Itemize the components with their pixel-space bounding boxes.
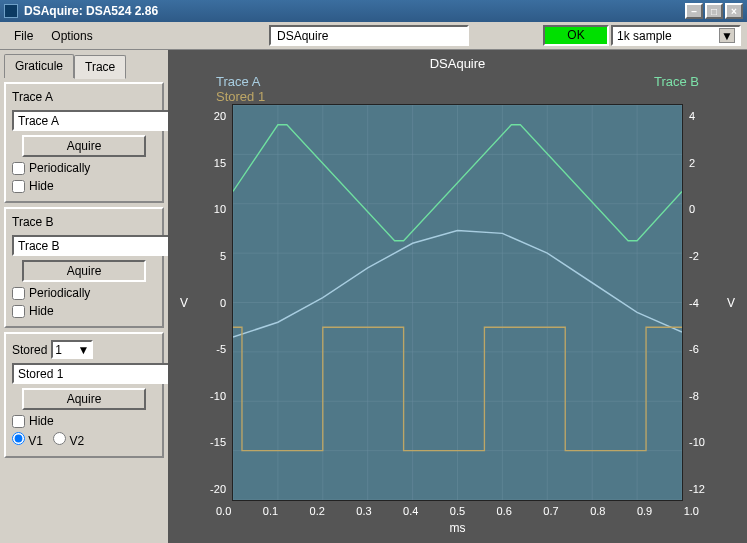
ok-status: OK: [543, 25, 609, 46]
y-axis-left-ticks: 20151050-5-10-15-20: [192, 104, 232, 501]
y-axis-right-label: V: [723, 296, 739, 310]
menu-options[interactable]: Options: [43, 25, 100, 47]
trace-a-title: Trace A: [12, 90, 156, 104]
close-button[interactable]: ×: [725, 3, 743, 19]
window-title: DSAquire: DSA524 2.86: [24, 4, 158, 18]
tab-trace[interactable]: Trace: [74, 55, 126, 79]
stored-index-combo[interactable]: 1 ▼: [51, 340, 93, 359]
plot-canvas: [232, 104, 683, 501]
sample-mode-value: 1k sample: [617, 29, 672, 43]
plot-area: DSAquire Trace A Stored 1 Trace B V 2015…: [168, 50, 747, 543]
stored-title: Stored: [12, 343, 47, 357]
stored-name-input[interactable]: [12, 363, 174, 384]
legend-stored-1: Stored 1: [216, 89, 265, 104]
app-icon: [4, 4, 18, 18]
legend-trace-b: Trace B: [654, 74, 699, 104]
tab-graticule[interactable]: Graticule: [4, 54, 74, 78]
stored-acquire-button[interactable]: Aquire: [22, 388, 146, 410]
trace-a-periodically-checkbox[interactable]: Periodically: [12, 161, 156, 175]
y-axis-left-label: V: [176, 296, 192, 310]
chevron-down-icon: ▼: [719, 28, 735, 43]
trace-a-hide-checkbox[interactable]: Hide: [12, 179, 156, 193]
trace-b-hide-checkbox[interactable]: Hide: [12, 304, 156, 318]
x-axis-ticks: 0.00.10.20.30.40.50.60.70.80.91.0: [176, 501, 739, 517]
chevron-down-icon: ▼: [77, 343, 89, 357]
trace-a-acquire-button[interactable]: Aquire: [22, 135, 146, 157]
y-axis-right-ticks: 420-2-4-6-8-10-12: [683, 104, 723, 501]
minimize-button[interactable]: –: [685, 3, 703, 19]
menu-file[interactable]: File: [6, 25, 41, 47]
group-trace-b: Trace B Aquire Periodically Hide: [4, 207, 164, 328]
trace-b-acquire-button[interactable]: Aquire: [22, 260, 146, 282]
group-trace-a: Trace A Aquire Periodically Hide: [4, 82, 164, 203]
trace-b-name-input[interactable]: [12, 235, 174, 256]
stored-hide-checkbox[interactable]: Hide: [12, 414, 156, 428]
plot-title: DSAquire: [176, 56, 739, 74]
x-axis-label: ms: [176, 517, 739, 535]
titlebar: DSAquire: DSA524 2.86 – □ ×: [0, 0, 747, 22]
stored-v1-radio[interactable]: V1: [12, 432, 43, 448]
trace-b-periodically-checkbox[interactable]: Periodically: [12, 286, 156, 300]
legend-trace-a: Trace A: [216, 74, 265, 89]
menubar: File Options OK 1k sample ▼: [0, 22, 747, 50]
title-input[interactable]: [269, 25, 469, 46]
maximize-button[interactable]: □: [705, 3, 723, 19]
sample-mode-combo[interactable]: 1k sample ▼: [611, 25, 741, 46]
trace-a-name-input[interactable]: [12, 110, 174, 131]
trace-b-title: Trace B: [12, 215, 156, 229]
group-stored: Stored 1 ▼ Aquire Hide V1 V2: [4, 332, 164, 458]
side-panel: Graticule Trace Trace A Aquire Periodica…: [0, 50, 168, 543]
stored-v2-radio[interactable]: V2: [53, 432, 84, 448]
